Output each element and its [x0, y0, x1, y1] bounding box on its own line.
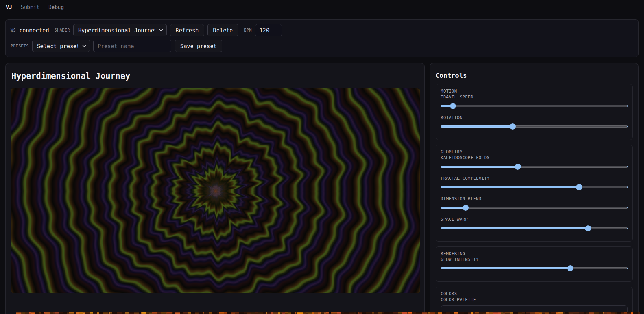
toolbar-row-presets: PRESETS Select preset Save preset [11, 40, 633, 52]
ws-label: WS [11, 28, 16, 33]
nav-link-debug[interactable]: Debug [48, 4, 64, 10]
toolbar: WS connected SHADER Hyperdimensional Jou… [5, 19, 639, 57]
slider-kaleidoscope-folds[interactable] [441, 164, 628, 170]
control-group-motion: MOTIONTRAVEL SPEEDROTATION [436, 84, 633, 140]
delete-button[interactable]: Delete [207, 24, 238, 36]
control-label-color-palette: COLOR PALETTE [441, 297, 628, 302]
shader-canvas [11, 88, 420, 293]
control-group-colors: COLORSCOLOR PALETTEneonSATURATION [436, 287, 633, 314]
section-label-rendering: RENDERING [441, 251, 628, 256]
control-label-travel-speed: TRAVEL SPEED [441, 94, 628, 99]
slider-space-warp[interactable] [441, 225, 628, 231]
main-content: Hyperdimensional Journey Controls MOTION… [5, 63, 639, 314]
bottom-visualizer-strip [16, 312, 640, 314]
section-label-colors: COLORS [441, 291, 628, 296]
preset-select[interactable]: Select preset [32, 40, 90, 52]
toolbar-row-shader: WS connected SHADER Hyperdimensional Jou… [11, 24, 633, 36]
shader-label: SHADER [55, 28, 70, 33]
controls-groups: MOTIONTRAVEL SPEEDROTATIONGEOMETRYKALEID… [436, 84, 633, 314]
nav-brand[interactable]: VJ [6, 4, 12, 10]
bpm-label: BPM [244, 28, 252, 33]
control-label-space-warp: SPACE WARP [441, 217, 628, 222]
control-label-rotation: ROTATION [441, 115, 628, 120]
slider-rotation[interactable] [441, 123, 628, 130]
slider-dimension-blend[interactable] [441, 205, 628, 211]
control-label-fractal-complexity: FRACTAL COMPLEXITY [441, 176, 628, 181]
preset-select-wrap: Select preset [32, 40, 90, 52]
control-group-rendering: RENDERINGGLOW INTENSITY [436, 246, 633, 282]
control-label-kaleidoscope-folds: KALEIDOSCOPE FOLDS [441, 155, 628, 160]
refresh-button[interactable]: Refresh [170, 24, 204, 36]
preset-name-input[interactable] [93, 40, 171, 52]
ws-status: connected [19, 27, 49, 34]
slider-glow-intensity[interactable] [441, 265, 628, 271]
slider-travel-speed[interactable] [441, 103, 628, 109]
shader-panel: Hyperdimensional Journey [5, 63, 425, 314]
controls-title: Controls [436, 72, 633, 79]
save-preset-button[interactable]: Save preset [175, 40, 222, 52]
control-label-glow-intensity: GLOW INTENSITY [441, 257, 628, 262]
shader-title: Hyperdimensional Journey [11, 71, 419, 81]
control-group-geometry: GEOMETRYKALEIDOSCOPE FOLDSFRACTAL COMPLE… [436, 145, 633, 242]
section-label-geometry: GEOMETRY [441, 149, 628, 154]
bpm-input[interactable] [255, 24, 282, 36]
shader-select-wrap: Hyperdimensional Journey [73, 24, 167, 36]
top-nav: VJ Submit Debug [0, 0, 644, 14]
nav-link-submit[interactable]: Submit [21, 4, 39, 10]
presets-label: PRESETS [11, 44, 29, 48]
slider-fractal-complexity[interactable] [441, 184, 628, 190]
section-label-motion: MOTION [441, 88, 628, 94]
shader-select[interactable]: Hyperdimensional Journey [73, 24, 167, 36]
control-label-dimension-blend: DIMENSION BLEND [441, 196, 628, 201]
controls-sidebar: Controls MOTIONTRAVEL SPEEDROTATIONGEOME… [430, 63, 639, 314]
